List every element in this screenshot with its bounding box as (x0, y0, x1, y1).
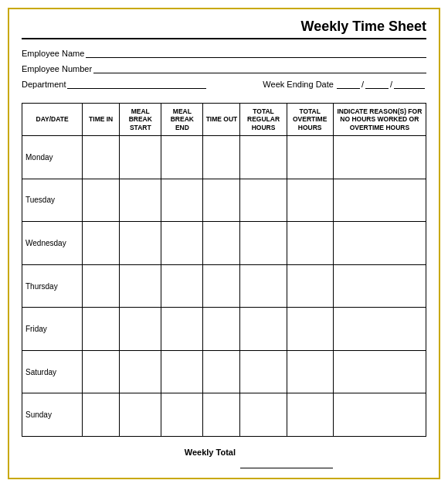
data-cell[interactable] (161, 222, 203, 265)
employee-number-label: Employee Number (22, 64, 92, 73)
employee-name-label: Employee Name (22, 49, 84, 58)
data-cell[interactable] (287, 179, 333, 222)
table-row: Saturday (22, 350, 426, 393)
page-container: Weekly Time Sheet Employee Name Employee… (8, 8, 440, 479)
table-row: Thursday (22, 264, 426, 308)
data-cell[interactable] (240, 308, 287, 351)
department-row: Department Week Ending Date / / (22, 78, 426, 89)
data-cell[interactable] (287, 222, 333, 265)
data-cell[interactable] (333, 308, 426, 351)
table-row: Sunday (22, 393, 426, 437)
data-cell[interactable] (120, 136, 161, 179)
data-cell[interactable] (120, 308, 161, 351)
weekly-total-label: Weekly Total (22, 437, 240, 468)
title-section: Weekly Time Sheet (22, 19, 426, 35)
header-overtime-hours: TOTAL OVERTIME HOURS (287, 104, 333, 136)
data-cell[interactable] (203, 136, 240, 179)
department-input[interactable] (67, 78, 206, 89)
day-label: Thursday (22, 264, 83, 308)
data-cell[interactable] (83, 222, 120, 265)
day-label: Sunday (22, 393, 83, 437)
data-cell[interactable] (203, 264, 240, 308)
data-cell[interactable] (120, 393, 161, 437)
data-cell[interactable] (83, 264, 120, 308)
data-cell[interactable] (120, 179, 161, 222)
data-cell[interactable] (240, 350, 287, 393)
page-title: Weekly Time Sheet (301, 19, 426, 35)
data-cell[interactable] (240, 264, 287, 308)
data-cell[interactable] (161, 350, 203, 393)
header-day: DAY/DATE (22, 104, 83, 136)
employee-name-row: Employee Name (22, 47, 426, 58)
data-cell[interactable] (240, 136, 287, 179)
data-cell[interactable] (203, 350, 240, 393)
header-meal-break-end: MEAL BREAK END (161, 104, 203, 136)
data-cell[interactable] (333, 136, 426, 179)
data-cell[interactable] (83, 136, 120, 179)
week-ending-label: Week Ending Date (263, 80, 334, 89)
header-time-out: TIME OUT (203, 104, 240, 136)
data-cell[interactable] (287, 308, 333, 351)
timesheet-table: DAY/DATE TIME IN MEAL BREAK START MEAL B… (22, 103, 426, 468)
data-cell[interactable] (83, 393, 120, 437)
data-cell[interactable] (287, 264, 333, 308)
data-cell[interactable] (203, 222, 240, 265)
data-cell[interactable] (333, 264, 426, 308)
data-cell[interactable] (287, 136, 333, 179)
data-cell[interactable] (161, 264, 203, 308)
week-ending-year[interactable] (394, 78, 425, 89)
data-cell[interactable] (120, 264, 161, 308)
week-ending-day[interactable] (365, 78, 389, 89)
data-cell[interactable] (240, 393, 287, 437)
header-regular-hours: TOTAL REGULAR HOURS (240, 104, 287, 136)
table-row: Friday (22, 308, 426, 351)
data-cell[interactable] (333, 393, 426, 437)
data-cell[interactable] (333, 179, 426, 222)
title-divider (22, 38, 426, 39)
weekly-total-empty (333, 437, 426, 468)
table-row: Monday (22, 136, 426, 179)
data-cell[interactable] (203, 393, 240, 437)
employee-name-input[interactable] (86, 47, 426, 58)
day-label: Tuesday (22, 179, 83, 222)
data-cell[interactable] (287, 350, 333, 393)
table-row: Wednesday (22, 222, 426, 265)
data-cell[interactable] (287, 393, 333, 437)
data-cell[interactable] (83, 350, 120, 393)
data-cell[interactable] (161, 179, 203, 222)
date-separator-1: / (361, 80, 364, 89)
data-cell[interactable] (240, 179, 287, 222)
weekly-total-overtime[interactable] (287, 437, 333, 468)
data-cell[interactable] (161, 308, 203, 351)
data-cell[interactable] (161, 136, 203, 179)
department-label: Department (22, 80, 66, 89)
weekly-total-row: Weekly Total (22, 437, 426, 468)
employee-number-input[interactable] (93, 63, 426, 73)
data-cell[interactable] (120, 350, 161, 393)
data-cell[interactable] (203, 179, 240, 222)
data-cell[interactable] (83, 179, 120, 222)
data-cell[interactable] (333, 222, 426, 265)
weekly-total-regular[interactable] (240, 437, 287, 468)
header-meal-break-start: MEAL BREAK START (120, 104, 161, 136)
week-ending-month[interactable] (337, 78, 360, 89)
header-reason: INDICATE REASON(S) FOR NO HOURS WORKED O… (333, 104, 426, 136)
day-label: Monday (22, 136, 83, 179)
date-separator-2: / (390, 80, 392, 89)
day-label: Wednesday (22, 222, 83, 265)
data-cell[interactable] (161, 393, 203, 437)
employee-number-row: Employee Number (22, 63, 426, 73)
day-label: Saturday (22, 350, 83, 393)
data-cell[interactable] (203, 308, 240, 351)
table-header-row: DAY/DATE TIME IN MEAL BREAK START MEAL B… (22, 104, 426, 136)
table-row: Tuesday (22, 179, 426, 222)
data-cell[interactable] (240, 222, 287, 265)
data-cell[interactable] (333, 350, 426, 393)
form-fields: Employee Name Employee Number Department… (22, 47, 426, 94)
data-cell[interactable] (120, 222, 161, 265)
header-time-in: TIME IN (83, 104, 120, 136)
day-label: Friday (22, 308, 83, 351)
data-cell[interactable] (83, 308, 120, 351)
